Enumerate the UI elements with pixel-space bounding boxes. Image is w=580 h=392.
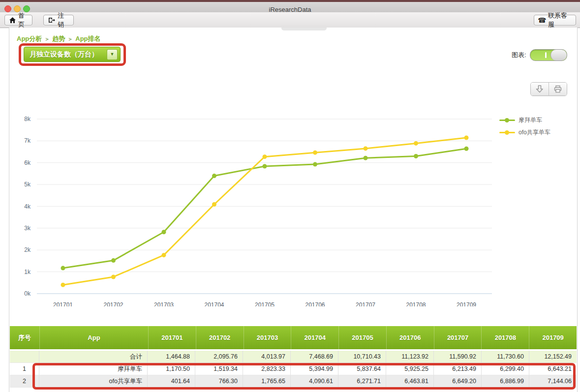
svg-text:201709: 201709: [457, 302, 476, 306]
svg-text:3k: 3k: [24, 225, 31, 232]
chart-export-buttons: [530, 82, 567, 96]
table-header-cell: 201707: [434, 326, 482, 349]
svg-text:201704: 201704: [204, 302, 224, 306]
table-value-cell: 10,710.43: [338, 351, 386, 363]
svg-text:1k: 1k: [24, 269, 31, 275]
svg-text:5k: 5k: [24, 181, 31, 188]
table-total-row: 合计1,464.882,095.764,013.977,468.6910,710…: [10, 349, 577, 363]
breadcrumb-trend[interactable]: 趋势: [52, 35, 65, 42]
chart-toggle-row: 图表:: [512, 49, 567, 61]
legend-item[interactable]: 摩拜单车: [499, 116, 550, 124]
table-header-cell: 201708: [482, 326, 529, 349]
toggle-on-mark: [545, 52, 547, 58]
svg-text:2k: 2k: [24, 246, 31, 253]
table-app-cell: 合计: [39, 351, 148, 363]
chart-toggle-label: 图表:: [512, 51, 526, 60]
svg-text:201701: 201701: [53, 302, 73, 306]
svg-text:6k: 6k: [24, 159, 31, 166]
table-header-row: 序号App20170120170220170320170420170520170…: [10, 326, 577, 349]
table-header-cell: 201706: [387, 326, 434, 349]
printer-icon: [553, 85, 562, 93]
svg-text:201707: 201707: [356, 302, 375, 306]
table-header-cell: 序号: [10, 326, 40, 349]
table-value-cell: 12,152.49: [529, 351, 577, 363]
legend-marker-icon: [499, 118, 515, 122]
svg-text:201703: 201703: [154, 302, 174, 306]
window-titlebar: iResearchData: [0, 2, 580, 13]
svg-text:8k: 8k: [24, 116, 31, 122]
phone-icon: ☎: [539, 17, 546, 24]
legend-item[interactable]: ofo共享单车: [499, 128, 550, 137]
table-header-cell: 201709: [529, 326, 577, 349]
legend-marker-icon: [499, 130, 515, 135]
print-chart-button[interactable]: [549, 83, 567, 95]
table-value-cell: 7,468.69: [291, 351, 338, 363]
table-header-cell: App: [40, 326, 149, 349]
home-icon: [9, 17, 16, 24]
table-value-cell: 2,095.76: [195, 351, 243, 363]
app-window: iResearchData 首页 注销 ☎ 联系客服 App分析＞趋势＞App排…: [0, 0, 580, 392]
logout-icon: [48, 17, 55, 24]
table-value-cell: 11,730.60: [482, 351, 529, 363]
table-value-cell: 1,464.88: [148, 351, 195, 363]
breadcrumb-separator: ＞: [65, 36, 75, 42]
home-button-label: 首页: [18, 11, 28, 29]
breadcrumb-app-ranking[interactable]: App排名: [75, 35, 100, 42]
browser-toolbar: 首页 注销 ☎ 联系客服: [0, 12, 580, 28]
legend-label: ofo共享单车: [519, 128, 550, 137]
logout-button-label: 注销: [58, 11, 69, 29]
table-header-cell: 201702: [196, 326, 244, 349]
table-header-cell: 201703: [244, 326, 292, 349]
svg-text:201702: 201702: [103, 302, 123, 306]
home-button[interactable]: 首页: [4, 15, 32, 26]
chart-legend: 摩拜单车ofo共享单车: [499, 116, 550, 137]
svg-text:0k: 0k: [24, 290, 31, 297]
line-chart: 0k1k2k3k4k5k6k7k8k2017012017022017032017…: [15, 112, 502, 306]
svg-text:7k: 7k: [24, 137, 31, 144]
contact-support-button[interactable]: ☎ 联系客服: [534, 15, 576, 26]
table-header-cell: 201701: [149, 326, 196, 349]
contact-button-label: 联系客服: [548, 11, 571, 29]
svg-text:4k: 4k: [24, 203, 31, 210]
toggle-knob[interactable]: [550, 50, 567, 60]
table-header-cell: 201705: [339, 326, 387, 349]
table-value-cell: 11,123.92: [386, 351, 434, 363]
page-tab-indicator: [281, 28, 327, 30]
table-value-cell: 11,590.92: [434, 351, 482, 363]
breadcrumb-app-analysis[interactable]: App分析: [17, 35, 42, 42]
table-index-cell: [10, 351, 39, 363]
download-chart-button[interactable]: [531, 83, 549, 95]
breadcrumb-separator: ＞: [42, 36, 52, 42]
download-icon: [535, 85, 544, 93]
svg-text:201705: 201705: [255, 302, 275, 306]
table-value-cell: 4,013.97: [243, 351, 291, 363]
logout-button[interactable]: 注销: [43, 15, 74, 26]
svg-text:201706: 201706: [305, 302, 325, 306]
annotation-box-dropdown: [19, 43, 126, 66]
breadcrumb: App分析＞趋势＞App排名: [17, 34, 101, 43]
svg-text:201708: 201708: [406, 302, 426, 306]
table-header-cell: 201704: [291, 326, 339, 349]
chart-view-toggle[interactable]: [530, 49, 567, 61]
annotation-box-table-rows: [32, 363, 576, 390]
legend-label: 摩拜单车: [519, 116, 542, 124]
